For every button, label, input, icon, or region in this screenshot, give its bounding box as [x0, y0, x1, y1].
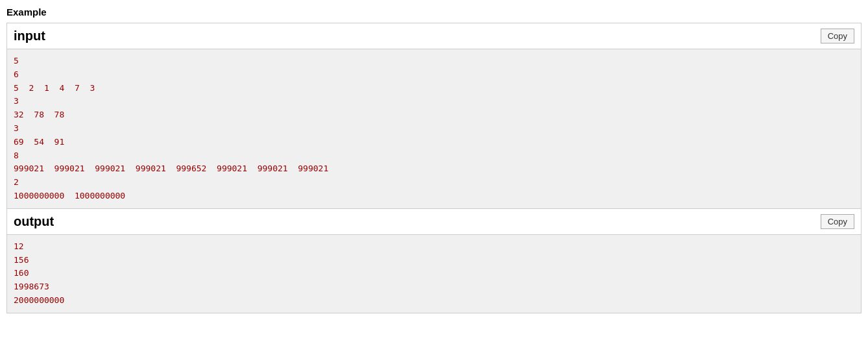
input-content: 565 2 1 4 7 3332 78 78369 54 918999021 9… — [7, 49, 861, 208]
input-line: 3 — [14, 122, 854, 136]
input-line: 3 — [14, 95, 854, 108]
output-section-header: output Copy — [7, 209, 861, 235]
input-line: 32 78 78 — [14, 108, 854, 122]
output-section: output Copy 1215616019986732000000000 — [6, 209, 862, 313]
input-line: 1000000000 1000000000 — [14, 189, 854, 203]
output-line: 156 — [14, 254, 854, 267]
output-content: 1215616019986732000000000 — [7, 235, 861, 313]
output-line: 1998673 — [14, 280, 854, 294]
input-copy-button[interactable]: Copy — [821, 29, 854, 43]
output-label: output — [14, 214, 54, 229]
output-line: 12 — [14, 240, 854, 254]
input-line: 5 — [14, 55, 854, 68]
input-line: 2 — [14, 176, 854, 189]
output-line: 2000000000 — [14, 294, 854, 308]
input-section: input Copy 565 2 1 4 7 3332 78 78369 54 … — [6, 23, 862, 209]
output-copy-button[interactable]: Copy — [821, 214, 854, 229]
input-section-header: input Copy — [7, 23, 861, 49]
input-label: input — [14, 29, 45, 43]
input-line: 69 54 91 — [14, 136, 854, 149]
output-line: 160 — [14, 267, 854, 280]
input-line: 999021 999021 999021 999021 999652 99902… — [14, 162, 854, 176]
page-title: Example — [6, 6, 862, 18]
input-line: 8 — [14, 149, 854, 163]
input-line: 5 2 1 4 7 3 — [14, 82, 854, 95]
input-line: 6 — [14, 68, 854, 82]
